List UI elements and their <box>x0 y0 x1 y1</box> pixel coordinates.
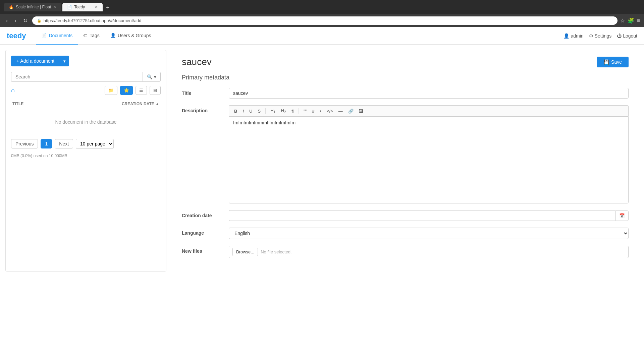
address-bar[interactable]: 🔒 https://teedy.fef791275f.cfloat.app/#/… <box>32 16 618 25</box>
empty-message: No document in the database <box>11 109 161 135</box>
browser-tab-2[interactable]: 📄 Teedy ✕ <box>62 3 103 11</box>
underline-button[interactable]: U <box>248 108 254 114</box>
editor-toolbar: B I U S H1 H2 ¶ "" # • </> — � <box>229 105 629 116</box>
extensions-button[interactable]: 🧩 <box>628 17 634 24</box>
search-dropdown-icon: ▾ <box>154 74 156 79</box>
url-text: https://teedy.fef791275f.cfloat.app/#/do… <box>44 18 142 23</box>
document-title: saucev <box>182 57 212 67</box>
nav-tags-label: Tags <box>90 33 100 38</box>
nav-tags[interactable]: 🏷 Tags <box>78 27 105 45</box>
add-document-dropdown[interactable]: ▾ <box>60 56 69 66</box>
back-button[interactable]: ‹ <box>4 16 10 25</box>
creation-date-label: Creation date <box>182 210 229 218</box>
storage-info: 0MB (0.0%) used on 10,000MB <box>11 154 161 158</box>
star-filter-button[interactable]: ⭐ <box>120 86 133 95</box>
h2-button[interactable]: H2 <box>279 108 288 114</box>
app-header: teedy 📄 Documents 🏷 Tags 👤 Users & Group… <box>0 27 644 45</box>
refresh-button[interactable]: ↻ <box>21 16 30 25</box>
logout-label: Logout <box>623 33 637 39</box>
file-input-row: Browse... No file selected. <box>229 246 629 258</box>
tab1-close[interactable]: ✕ <box>53 5 56 9</box>
home-filter-button[interactable]: ⌂ <box>11 87 15 94</box>
title-input[interactable] <box>229 88 629 99</box>
table-header: TITLE CREATION DATE ▲ <box>11 99 161 109</box>
new-files-label: New files <box>182 246 229 254</box>
browser-tab-1[interactable]: 🔥 Scale Infinite | Float ✕ <box>4 3 61 11</box>
title-label: Title <box>182 88 229 96</box>
language-select[interactable]: English French Spanish German <box>229 228 629 239</box>
calendar-button[interactable]: 📅 <box>615 210 629 221</box>
settings-label: Settings <box>595 33 612 39</box>
current-page-button[interactable]: 1 <box>41 139 52 148</box>
filter-row: ⌂ 📁 ⭐ ☰ ⊞ <box>11 86 161 95</box>
italic-button[interactable]: I <box>241 108 246 114</box>
left-panel: + Add a document ▾ 🔍 ▾ ⌂ 📁 ⭐ <box>5 50 166 272</box>
strikethrough-button[interactable]: S <box>256 108 262 114</box>
description-label: Description <box>182 105 229 113</box>
col-date: CREATION DATE ▲ <box>122 102 159 106</box>
language-label: Language <box>182 228 229 236</box>
tab2-icon: 📄 <box>67 5 72 9</box>
admin-icon: 👤 <box>564 33 569 39</box>
nav-documents[interactable]: 📄 Documents <box>36 27 78 45</box>
add-document-button[interactable]: + Add a document <box>11 56 60 66</box>
hash-button[interactable]: # <box>310 108 316 114</box>
nav-users-label: Users & Groups <box>118 33 151 38</box>
h1-button[interactable]: H1 <box>269 108 277 114</box>
file-name-label: No file selected. <box>261 249 292 254</box>
creation-date-form-group: Creation date 📅 <box>182 210 629 221</box>
col-title: TITLE <box>12 102 23 106</box>
app-nav: 📄 Documents 🏷 Tags 👤 Users & Groups <box>36 27 156 45</box>
search-input[interactable] <box>11 72 143 82</box>
nav-users-groups[interactable]: 👤 Users & Groups <box>105 27 157 45</box>
save-button[interactable]: 💾 Save <box>597 57 629 67</box>
admin-link[interactable]: 👤 admin <box>564 33 583 39</box>
hr-button[interactable]: — <box>337 108 344 114</box>
per-page-select[interactable]: 10 per page 25 per page 50 per page <box>76 139 114 149</box>
bullet-button[interactable]: • <box>318 108 323 114</box>
grid-view-button[interactable]: ⊞ <box>150 86 161 95</box>
link-button[interactable]: 🔗 <box>346 108 355 114</box>
browse-button[interactable]: Browse... <box>232 248 258 256</box>
image-button[interactable]: 🖼 <box>357 108 365 114</box>
folder-icon: 📁 <box>108 88 114 93</box>
paragraph-button[interactable]: ¶ <box>290 108 296 114</box>
new-tab-button[interactable]: + <box>104 4 112 11</box>
pagination-row: Previous 1 Next 10 per page 25 per page … <box>11 139 161 149</box>
forward-button[interactable]: › <box>12 16 18 25</box>
list-view-button[interactable]: ☰ <box>136 86 147 95</box>
tags-icon: 🏷 <box>83 33 88 38</box>
prev-button[interactable]: Previous <box>11 139 38 148</box>
creation-date-input[interactable] <box>229 210 615 221</box>
tab1-title: Scale Infinite | Float <box>16 5 51 9</box>
add-doc-row: + Add a document ▾ <box>11 56 161 66</box>
search-row: 🔍 ▾ <box>11 72 161 82</box>
search-button[interactable]: 🔍 ▾ <box>143 72 161 82</box>
menu-button[interactable]: ≡ <box>637 18 640 24</box>
section-title: Primary metadata <box>182 74 629 81</box>
doc-title-row: saucev 💾 Save <box>182 57 629 67</box>
bookmark-button[interactable]: ☆ <box>620 17 625 24</box>
browser-nav: ‹ › ↻ 🔒 https://teedy.fef791275f.cfloat.… <box>0 14 644 27</box>
main-content: + Add a document ▾ 🔍 ▾ ⌂ 📁 ⭐ <box>0 45 644 277</box>
code-button[interactable]: </> <box>325 108 335 114</box>
folder-filter-button[interactable]: 📁 <box>105 86 117 95</box>
right-panel: saucev 💾 Save Primary metadata Title Des… <box>172 50 639 272</box>
nav-documents-label: Documents <box>49 33 72 38</box>
save-icon: 💾 <box>603 59 609 65</box>
tab1-icon: 🔥 <box>9 5 14 9</box>
browser-chrome: 🔥 Scale Infinite | Float ✕ 📄 Teedy ✕ + <box>0 0 644 14</box>
bold-button[interactable]: B <box>232 108 239 114</box>
description-area: B I U S H1 H2 ¶ "" # • </> — � <box>229 105 629 203</box>
users-icon: 👤 <box>110 33 116 38</box>
col-date-label: CREATION DATE <box>122 102 154 106</box>
quote-button[interactable]: "" <box>302 108 308 114</box>
settings-link[interactable]: ⚙ Settings <box>589 33 612 39</box>
documents-icon: 📄 <box>41 33 47 38</box>
search-icon: 🔍 <box>147 74 153 79</box>
tab2-close[interactable]: ✕ <box>95 5 98 9</box>
next-button[interactable]: Next <box>55 139 73 148</box>
logout-link[interactable]: ⏻ Logout <box>617 33 637 39</box>
settings-icon: ⚙ <box>589 33 593 39</box>
description-editor[interactable]: fmfmfmfmfmmmfffmfmfmfmfm <box>229 116 629 203</box>
